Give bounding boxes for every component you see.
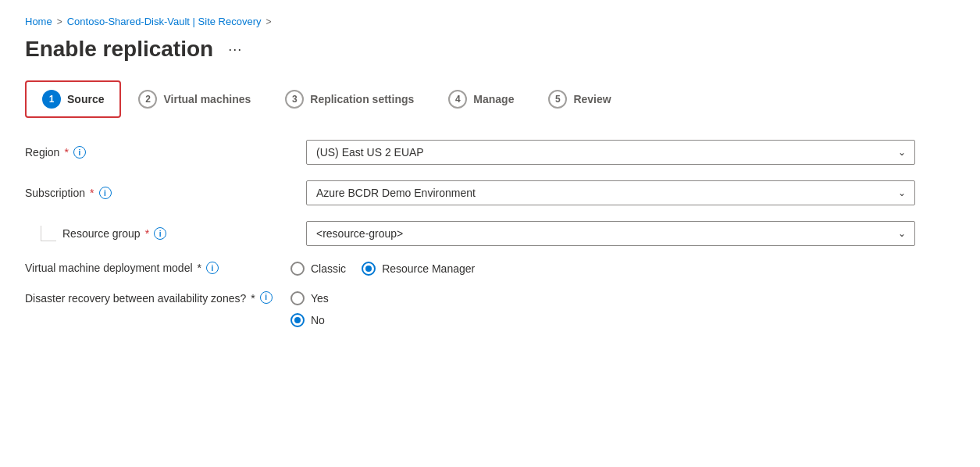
disaster-recovery-radio-group: Yes No [290, 291, 329, 327]
resource-group-row: Resource group * i <resource-group> ⌄ [25, 221, 915, 246]
step-5-circle: 5 [548, 90, 567, 109]
vm-deployment-label-text: Virtual machine deployment model [25, 262, 193, 274]
step-4-circle: 4 [448, 90, 467, 109]
vm-classic-radio-outer [290, 262, 305, 276]
region-label: Region * i [25, 146, 290, 159]
form-section: Region * i (US) East US 2 EUAP East US W… [25, 140, 915, 327]
step-2-label: Virtual machines [163, 93, 251, 105]
disaster-recovery-label-text: Disaster recovery between availability z… [25, 291, 246, 307]
vm-resource-manager-radio-outer [362, 262, 376, 276]
region-label-text: Region [25, 146, 59, 159]
region-select[interactable]: (US) East US 2 EUAP East US West US West… [306, 140, 915, 165]
subscription-select-wrapper: Azure BCDR Demo Environment ⌄ [306, 180, 915, 205]
breadcrumb-vault[interactable]: Contoso-Shared-Disk-Vault | Site Recover… [67, 16, 262, 27]
subscription-control: Azure BCDR Demo Environment ⌄ [306, 180, 915, 205]
disaster-no-radio-inner [294, 317, 301, 323]
wizard-step-source[interactable]: 1 Source [25, 80, 121, 118]
disaster-no-option[interactable]: No [290, 313, 329, 327]
step-5-label: Review [573, 93, 611, 105]
page-header: Enable replication ··· [25, 37, 955, 62]
subscription-label: Subscription * i [25, 187, 290, 199]
wizard-step-review[interactable]: 5 Review [531, 80, 628, 118]
subscription-required: * [90, 187, 94, 199]
disaster-no-radio-outer [290, 313, 305, 327]
breadcrumb-sep-2: > [266, 16, 272, 27]
disaster-yes-option[interactable]: Yes [290, 291, 329, 305]
resource-group-label-text: Resource group [62, 227, 141, 240]
breadcrumb-sep-1: > [57, 16, 62, 27]
disaster-yes-radio-label: Yes [311, 292, 329, 305]
disaster-recovery-info-icon[interactable]: i [260, 291, 273, 304]
subscription-info-icon[interactable]: i [99, 187, 112, 199]
subscription-label-text: Subscription [25, 187, 85, 199]
vm-deployment-label: Virtual machine deployment model * i [25, 262, 290, 274]
disaster-no-radio-label: No [311, 314, 325, 326]
step-2-circle: 2 [138, 90, 157, 109]
disaster-recovery-row: Disaster recovery between availability z… [25, 291, 915, 327]
vm-resource-manager-radio-label: Resource Manager [382, 262, 475, 275]
wizard-steps: 1 Source 2 Virtual machines 3 Replicatio… [25, 80, 955, 118]
vm-deployment-info-icon[interactable]: i [206, 262, 219, 274]
vm-classic-radio-label: Classic [311, 262, 346, 275]
wizard-step-manage[interactable]: 4 Manage [431, 80, 531, 118]
subscription-row: Subscription * i Azure BCDR Demo Environ… [25, 180, 915, 205]
step-1-label: Source [67, 93, 104, 105]
rg-indent-line [41, 226, 56, 241]
vm-deployment-row: Virtual machine deployment model * i Cla… [25, 262, 915, 276]
resource-group-control: <resource-group> ⌄ [306, 221, 915, 246]
resource-group-info-icon[interactable]: i [154, 227, 166, 240]
vm-classic-option[interactable]: Classic [290, 262, 346, 276]
subscription-select[interactable]: Azure BCDR Demo Environment [306, 180, 915, 205]
step-3-label: Replication settings [310, 93, 414, 105]
step-1-circle: 1 [42, 90, 61, 109]
breadcrumb: Home > Contoso-Shared-Disk-Vault | Site … [25, 16, 955, 27]
ellipsis-button[interactable]: ··· [223, 37, 248, 62]
resource-group-required: * [145, 227, 149, 240]
vm-resource-manager-radio-inner [365, 266, 372, 272]
step-3-circle: 3 [285, 90, 304, 109]
page-title: Enable replication [25, 37, 213, 62]
disaster-yes-radio-outer [290, 291, 305, 305]
wizard-step-replication[interactable]: 3 Replication settings [268, 80, 431, 118]
region-row: Region * i (US) East US 2 EUAP East US W… [25, 140, 915, 165]
resource-group-select-wrapper: <resource-group> ⌄ [306, 221, 915, 246]
vm-deployment-radio-group: Classic Resource Manager [290, 262, 475, 276]
region-control: (US) East US 2 EUAP East US West US West… [306, 140, 915, 165]
region-select-wrapper: (US) East US 2 EUAP East US West US West… [306, 140, 915, 165]
step-4-label: Manage [473, 93, 514, 105]
resource-group-label: Resource group * i [62, 227, 290, 240]
resource-group-select[interactable]: <resource-group> [306, 221, 915, 246]
wizard-step-vms[interactable]: 2 Virtual machines [121, 80, 268, 118]
vm-deployment-required: * [198, 262, 201, 274]
disaster-recovery-required: * [251, 291, 255, 307]
region-required: * [64, 146, 68, 159]
breadcrumb-home[interactable]: Home [25, 16, 52, 27]
vm-resource-manager-option[interactable]: Resource Manager [362, 262, 475, 276]
region-info-icon[interactable]: i [73, 146, 86, 159]
rg-indent: Resource group * i [25, 226, 290, 241]
disaster-recovery-label: Disaster recovery between availability z… [25, 291, 290, 307]
